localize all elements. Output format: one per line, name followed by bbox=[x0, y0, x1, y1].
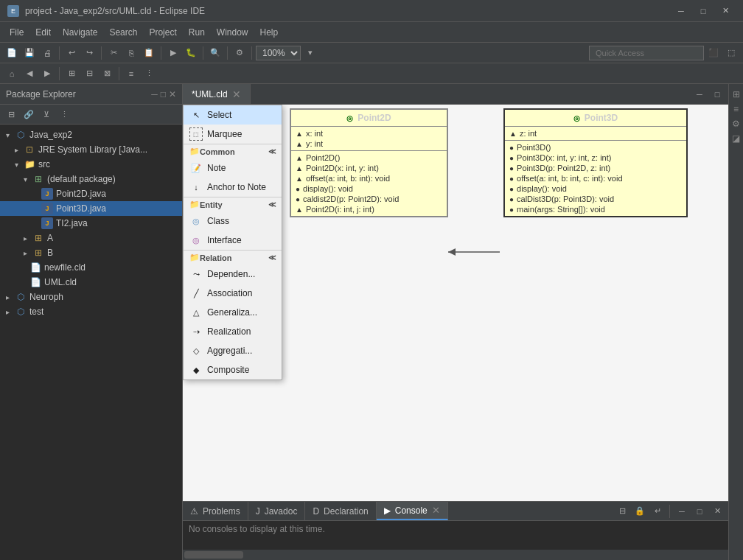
palette-generalization[interactable]: △ Generaliza... bbox=[184, 303, 282, 322]
close-button[interactable]: ✕ bbox=[715, 4, 736, 18]
console-close-btn[interactable]: ✕ bbox=[432, 505, 440, 516]
tab-close-btn[interactable]: ✕ bbox=[232, 88, 241, 100]
bottom-close[interactable]: ✕ bbox=[709, 503, 725, 519]
scroll-thumb[interactable] bbox=[184, 551, 243, 559]
tree-item-test[interactable]: ▸ ⬡ test bbox=[0, 304, 182, 319]
tb-run[interactable]: ▶ bbox=[165, 45, 181, 61]
uml-box-point3d[interactable]: ◎ Point3D ▲ z: int ● Point3D() ● bbox=[503, 108, 688, 217]
tb-save[interactable]: 💾 bbox=[21, 45, 38, 61]
menu-edit[interactable]: Edit bbox=[29, 24, 57, 41]
tb-search[interactable]: 🔍 bbox=[207, 45, 223, 61]
pe-max-btn[interactable]: □ bbox=[161, 89, 166, 99]
pe-filter[interactable]: ⊻ bbox=[38, 106, 55, 122]
uml-box-point2d[interactable]: ◎ Point2D ▲ x: int ▲ y: int ▲ bbox=[290, 108, 448, 217]
palette-note[interactable]: 📝 Note bbox=[184, 158, 282, 178]
console-clear[interactable]: ⊟ bbox=[614, 503, 630, 519]
tree-item-point2d[interactable]: J Point2D.java bbox=[0, 186, 182, 201]
src-icon: 📁 bbox=[24, 158, 35, 170]
tab-console[interactable]: ▶ Console ✕ bbox=[377, 502, 448, 520]
tb2-home[interactable]: ⌂ bbox=[4, 66, 20, 82]
composite-icon: ◆ bbox=[189, 363, 203, 377]
section-relation[interactable]: 📁 Relation ≪ bbox=[184, 250, 282, 265]
canvas-area[interactable]: ↖ Select ⬚ Marquee 📁 Common ≪ 📝 Note bbox=[183, 105, 728, 501]
tree-item-b[interactable]: ▸ ⊞ B bbox=[0, 245, 182, 260]
tb-view[interactable]: ⬚ bbox=[723, 45, 739, 61]
menu-file[interactable]: File bbox=[4, 24, 29, 41]
bottom-max[interactable]: □ bbox=[691, 503, 708, 519]
editor-tab-uml[interactable]: *UML.cld ✕ bbox=[183, 84, 251, 104]
bottom-min[interactable]: ─ bbox=[674, 503, 690, 519]
menu-window[interactable]: Window bbox=[211, 24, 254, 41]
tree-item-jre[interactable]: ▸ ⊡ JRE System Library [Java... bbox=[0, 142, 182, 157]
tree-item-point3d[interactable]: J Point3D.java bbox=[0, 201, 182, 216]
tb-zoom-drop[interactable]: ▾ bbox=[302, 45, 318, 61]
editor-min[interactable]: ─ bbox=[691, 86, 708, 102]
tab-declaration[interactable]: D Declaration bbox=[305, 502, 376, 520]
tree-item-default-pkg[interactable]: ▾ ⊞ (default package) bbox=[0, 172, 182, 186]
zoom-select[interactable]: 100% 75% 125% 150% bbox=[256, 46, 301, 60]
console-word-wrap[interactable]: ↵ bbox=[649, 503, 666, 519]
quick-access-input[interactable] bbox=[589, 46, 704, 60]
section-common[interactable]: 📁 Common ≪ bbox=[184, 144, 282, 158]
tree-item-newfile[interactable]: 📄 newfile.cld bbox=[0, 260, 182, 275]
palette-select[interactable]: ↖ Select bbox=[184, 105, 282, 125]
tb-redo[interactable]: ↪ bbox=[81, 45, 97, 61]
tb2-layout[interactable]: ⊞ bbox=[63, 66, 80, 82]
console-scroll-lock[interactable]: 🔒 bbox=[632, 503, 648, 519]
palette-association[interactable]: ╱ Association bbox=[184, 284, 282, 303]
minimize-button[interactable]: ─ bbox=[671, 4, 691, 18]
tab-javadoc[interactable]: J Javadoc bbox=[248, 502, 306, 520]
right-icon-2[interactable]: ≡ bbox=[730, 103, 742, 115]
tb-debug[interactable]: 🐛 bbox=[183, 45, 199, 61]
tb-more1[interactable]: ⚙ bbox=[231, 45, 248, 61]
tb-new[interactable]: 📄 bbox=[4, 45, 20, 61]
tb2-back[interactable]: ◀ bbox=[21, 66, 38, 82]
palette-realization[interactable]: ⇢ Realization bbox=[184, 322, 282, 341]
pe-min-btn[interactable]: ─ bbox=[151, 89, 158, 99]
palette-aggregation[interactable]: ◇ Aggregati... bbox=[184, 341, 282, 360]
tree-item-ti2[interactable]: J TI2.java bbox=[0, 216, 182, 231]
palette-class[interactable]: ◎ Class bbox=[184, 211, 282, 231]
section-entity[interactable]: 📁 Entity ≪ bbox=[184, 197, 282, 211]
tb-cut[interactable]: ✂ bbox=[105, 45, 122, 61]
uml-method-constructor3: ▲ Point2D(i: int, j: int) bbox=[296, 204, 442, 214]
palette-composite[interactable]: ◆ Composite bbox=[184, 360, 282, 379]
palette-interface[interactable]: ◎ Interface bbox=[184, 231, 282, 250]
tb-undo[interactable]: ↩ bbox=[63, 45, 80, 61]
attr-text: z: int bbox=[520, 129, 537, 138]
tree-item-neuroph[interactable]: ▸ ⬡ Neuroph bbox=[0, 290, 182, 304]
tree-item-a[interactable]: ▸ ⊞ A bbox=[0, 231, 182, 245]
right-icon-3[interactable]: ⚙ bbox=[730, 118, 742, 130]
tree-item-src[interactable]: ▾ 📁 src bbox=[0, 157, 182, 172]
pe-more[interactable]: ⋮ bbox=[56, 106, 72, 122]
tb2-dist[interactable]: ⋮ bbox=[141, 66, 157, 82]
tree-item-java-exp2[interactable]: ▾ ⬡ Java_exp2 bbox=[0, 127, 182, 142]
pe-collapse[interactable]: ⊟ bbox=[3, 106, 19, 122]
menu-navigate[interactable]: Navigate bbox=[57, 24, 103, 41]
tab-problems[interactable]: ⚠ Problems bbox=[183, 502, 248, 520]
tb-paste[interactable]: 📋 bbox=[141, 45, 157, 61]
palette-anchor-to-note[interactable]: ↓ Anchor to Note bbox=[184, 178, 282, 197]
tb2-align[interactable]: ≡ bbox=[123, 66, 139, 82]
tb2-snap[interactable]: ⊠ bbox=[99, 66, 115, 82]
menu-project[interactable]: Project bbox=[143, 24, 182, 41]
h-scrollbar[interactable] bbox=[183, 550, 728, 560]
palette-dependency[interactable]: ⤳ Dependen... bbox=[184, 265, 282, 284]
tb-print[interactable]: 🖨 bbox=[39, 45, 55, 61]
right-icon-4[interactable]: ◪ bbox=[730, 133, 742, 144]
maximize-button[interactable]: □ bbox=[693, 4, 714, 18]
tree-item-uml[interactable]: 📄 UML.cld bbox=[0, 275, 182, 290]
pe-close-btn[interactable]: ✕ bbox=[169, 89, 176, 99]
palette-marquee[interactable]: ⬚ Marquee bbox=[184, 125, 282, 144]
tb-perspective[interactable]: ⬛ bbox=[705, 45, 722, 61]
tb-copy[interactable]: ⎘ bbox=[123, 45, 139, 61]
editor-max[interactable]: □ bbox=[709, 86, 725, 102]
expand-arrow: ▸ bbox=[6, 293, 15, 301]
pe-link[interactable]: 🔗 bbox=[21, 106, 37, 122]
menu-search[interactable]: Search bbox=[103, 24, 143, 41]
right-icon-1[interactable]: ⊞ bbox=[730, 88, 742, 100]
menu-run[interactable]: Run bbox=[183, 24, 211, 41]
tb2-grid[interactable]: ⊟ bbox=[81, 66, 97, 82]
menu-help[interactable]: Help bbox=[254, 24, 285, 41]
tb2-fwd[interactable]: ▶ bbox=[39, 66, 55, 82]
